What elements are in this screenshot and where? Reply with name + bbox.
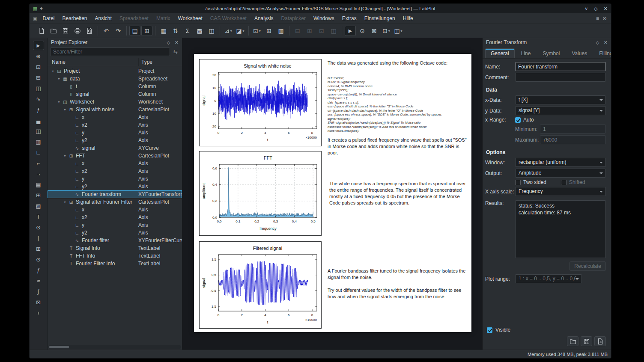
scrollbar-thumb[interactable] [49,346,69,348]
add-plot-button[interactable]: ⊿▾ [223,26,234,36]
filter-note-text[interactable]: A Fourier bandpass filter tuned to the s… [328,268,469,281]
toggle-project-explorer-button[interactable]: ▤ [129,26,140,36]
tree-row-signal-after-fourier-filter[interactable]: ▾⊞Signal after Fourier FilterCartesianPl… [48,198,182,206]
pin-icon[interactable]: ◆ [40,7,42,10]
zoom-button[interactable]: ⊡▾ [251,26,262,36]
x-data-combobox[interactable]: t [X] [515,95,606,104]
menu-einstellungen[interactable]: Einstellungen [361,14,399,23]
output-combobox[interactable]: Amplitude [515,169,606,178]
expander-icon[interactable]: ▾ [62,108,68,112]
expander-icon[interactable]: ▾ [56,100,62,104]
tree-row-y[interactable]: ∟yAxis [48,221,182,229]
zoom-fit-tool[interactable]: ⊠ [33,297,44,307]
add-reference-range-tool[interactable]: ⊞ [33,244,44,253]
add-histogram-tool[interactable]: ▄ [33,116,44,125]
load-template-button[interactable] [567,336,578,346]
tree-row-y2[interactable]: ∟y2Axis [48,229,182,237]
statistics-button[interactable]: Σ [182,26,193,36]
window-combobox[interactable]: rectangular (uniform) [515,158,606,167]
sort-button[interactable]: ⇅ [170,26,181,36]
menu-ansicht[interactable]: Ansicht [91,14,116,23]
expander-icon[interactable]: ▾ [56,77,62,81]
print-button[interactable] [72,26,83,36]
comment-input[interactable] [515,73,606,82]
tree-row-fft-info[interactable]: TFFT InfoTextLabel [48,252,182,260]
fit-page-button[interactable]: ⊞ [263,26,274,36]
worksheet-page[interactable]: 0246820100-10-20Signal with white noiset… [194,54,471,332]
open-project-button[interactable] [48,26,59,36]
fft-note-text[interactable]: The white noise has a frequency spectrum… [329,181,467,206]
filter-options-button[interactable]: ⇆ [172,48,179,56]
zoom-mode-button[interactable]: ⊡▾ [381,26,392,36]
add-boxplot-tool[interactable]: ◫ [33,126,44,136]
tree-row-data[interactable]: ▾▦dataSpreadsheet [48,75,182,83]
tree-row-x2[interactable]: ∟x2Axis [48,121,182,129]
tree-row-worksheet[interactable]: ▾◫WorksheetWorksheet [48,98,182,106]
fourier-tool[interactable]: ∫ [33,287,44,296]
crosshair-tool[interactable]: ⊕ [33,51,44,61]
tree-row-t[interactable]: ▯tColumn [48,83,182,90]
smooth-tool[interactable]: ≈ [33,276,44,285]
save-template-button[interactable] [581,336,592,346]
tree-row-signal[interactable]: ∿signalXYCurve [48,144,182,152]
add-custom-point-tool[interactable]: ⊙ [33,223,44,232]
expander-icon[interactable]: ▾ [50,69,56,73]
menu-bearbeiten[interactable]: Bearbeiten [58,14,91,23]
tab-filling[interactable]: Filling [593,48,611,58]
search-input[interactable] [50,47,170,56]
tree-row-signal-info[interactable]: TSignal InfoTextLabel [48,244,182,252]
tree-row-y2[interactable]: ∟y2Axis [48,183,182,190]
column-header-type[interactable]: Type [138,58,152,66]
menu-analysis[interactable]: Analysis [250,14,277,23]
octave-intro-text[interactable]: The data was generated using the followi… [328,60,469,66]
tab-symbol[interactable]: Symbol [537,48,565,58]
add-info-element-tool[interactable]: ⊙ [33,255,44,264]
new-worksheet-button[interactable]: ◫ [206,26,217,36]
pointer-tool[interactable]: ► [33,41,44,50]
new-matrix-button[interactable]: ▩ [194,26,205,36]
save-project-button[interactable] [60,26,71,36]
titlebar[interactable]: ▦ ◆ /usr/share/labplot2/examples/Analysi… [30,4,611,13]
visible-checkbox[interactable] [487,327,492,333]
select-mode-button[interactable]: ► [345,26,356,36]
tree-row-fourier-filter-info[interactable]: TFourier Filter InfoTextLabel [48,260,182,267]
zoom-x-tool[interactable]: ⊟ [33,73,44,82]
add-curve-tool[interactable]: ∿ [33,94,44,104]
tree-column-header[interactable]: Name Type [48,58,182,66]
tree-row-project[interactable]: ▾▤ProjectProject [48,67,182,75]
new-spreadsheet-button[interactable]: ▦ [158,26,169,36]
x-axis-scale-combobox[interactable]: Frequency [515,187,606,196]
export-button[interactable]: ▥ [275,26,286,36]
tree-row-y2[interactable]: ∟y2Axis [48,136,182,144]
zoom-select-tool[interactable]: ⊡ [33,62,44,71]
crosshair-mode-button[interactable]: ⊙ [357,26,368,36]
print-preview-button[interactable] [84,26,95,36]
auto-checkbox[interactable] [515,117,521,123]
tree-row-x[interactable]: ∟xAxis [48,160,182,167]
y-data-combobox[interactable]: signal [Y] [515,106,606,115]
add-vertical-axis-tool[interactable]: ¬ [33,169,44,178]
tree-row-x2[interactable]: ∟x2Axis [48,214,182,221]
name-input[interactable] [515,62,606,71]
add-analysis-curve-button[interactable]: ◪▾ [235,26,246,36]
tab-general[interactable]: General [485,48,515,58]
tree-row-fft[interactable]: ▾⊞FFTCartesianPlot [48,152,182,160]
plot-signal-with-noise[interactable]: 0246820100-10-20Signal with white noiset… [199,59,322,146]
tree-row-y[interactable]: ∟yAxis [48,129,182,136]
close-panel-icon[interactable]: ✕ [175,40,179,45]
add-horizontal-axis-tool[interactable]: ⌐ [33,158,44,168]
menu-hilfe[interactable]: Hilfe [399,14,417,23]
add-reference-line-tool[interactable]: | [33,233,44,243]
creates-text[interactable]: It creates a pulsed fixed frequency sine… [328,137,469,156]
new-project-button[interactable] [36,26,47,36]
close-dock-icon[interactable]: ✕ [604,40,608,45]
menu-extras[interactable]: Extras [338,14,361,23]
pan-tool[interactable]: + [33,308,44,317]
plot-fft[interactable]: 0,00,10,20,30,40,50,00,20,40,6FFTfrequen… [199,151,322,236]
minimize-button[interactable]: ∨ [584,6,588,11]
expander-icon[interactable]: ▾ [62,200,68,204]
tree-row-y[interactable]: ∟yAxis [48,175,182,183]
tree-row-signal-with-noise[interactable]: ▾⊞Signal with noiseCartesianPlot [48,106,182,113]
menu-datei[interactable]: Datei [39,14,58,23]
plot-filtered-signal[interactable]: 024681,50,5-0,5-1,5Filtered signaltsigna… [199,241,322,329]
